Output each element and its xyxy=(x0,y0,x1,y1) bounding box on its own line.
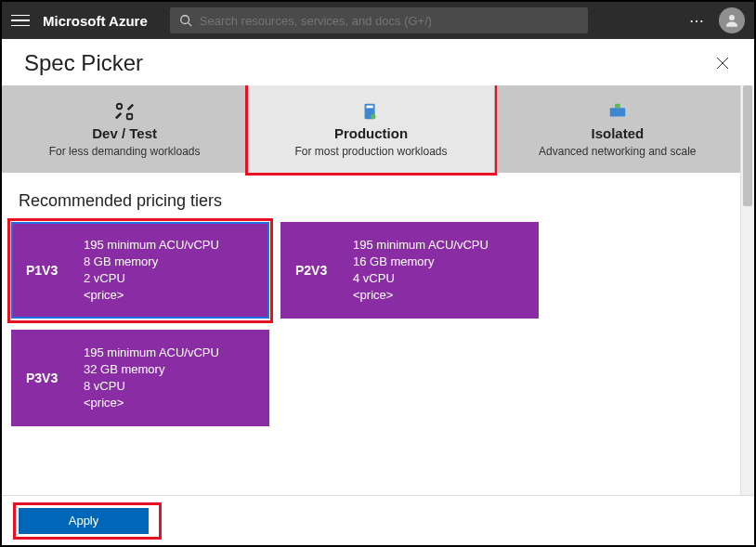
tier-price: <price> xyxy=(84,287,219,304)
tab-production[interactable]: Production For most production workloads xyxy=(247,85,493,173)
tier-vcpu: 8 vCPU xyxy=(84,378,219,395)
tab-title: Dev / Test xyxy=(92,125,157,141)
close-button[interactable] xyxy=(713,54,732,72)
svg-rect-8 xyxy=(367,105,373,108)
network-icon xyxy=(607,101,628,122)
page-header: Spec Picker xyxy=(2,39,754,85)
more-icon[interactable]: ⋯ xyxy=(689,12,706,30)
hamburger-menu-icon[interactable] xyxy=(11,11,30,30)
tier-card-p2v3[interactable]: P2V3 195 minimum ACU/vCPU 16 GB memory 4… xyxy=(280,222,539,319)
tier-name: P3V3 xyxy=(26,371,67,385)
brand-label: Microsoft Azure xyxy=(43,13,148,29)
tab-subtitle: Advanced networking and scale xyxy=(539,145,696,158)
tab-title: Isolated xyxy=(591,125,644,141)
tab-dev-test[interactable]: Dev / Test For less demanding workloads xyxy=(2,85,247,173)
tier-price: <price> xyxy=(353,287,489,304)
tier-acu: 195 minimum ACU/vCPU xyxy=(84,237,219,254)
svg-point-9 xyxy=(371,113,376,119)
tier-memory: 16 GB memory xyxy=(353,254,489,270)
tier-acu: 195 minimum ACU/vCPU xyxy=(353,237,489,254)
tier-card-p1v3[interactable]: P1V3 195 minimum ACU/vCPU 8 GB memory 2 … xyxy=(11,222,269,319)
global-search[interactable] xyxy=(170,7,588,33)
tier-acu: 195 minimum ACU/vCPU xyxy=(84,345,219,361)
apply-button[interactable]: Apply xyxy=(19,508,149,534)
account-avatar[interactable] xyxy=(719,7,745,33)
tab-subtitle: For less demanding workloads xyxy=(49,145,201,158)
workload-tabs: Dev / Test For less demanding workloads … xyxy=(2,85,740,173)
tools-icon xyxy=(114,101,135,122)
page-title: Spec Picker xyxy=(24,50,143,76)
tab-subtitle: For most production workloads xyxy=(294,145,447,158)
pricing-tier-grid: P1V3 195 minimum ACU/vCPU 8 GB memory 2 … xyxy=(2,222,740,426)
server-icon xyxy=(360,101,381,122)
footer-bar: Apply xyxy=(2,495,754,545)
svg-point-2 xyxy=(729,15,735,20)
vertical-scrollbar[interactable] xyxy=(740,85,754,495)
scrollbar-thumb[interactable] xyxy=(743,85,752,206)
search-input[interactable] xyxy=(200,14,579,28)
tier-specs: 195 minimum ACU/vCPU 32 GB memory 8 vCPU… xyxy=(84,345,219,412)
tier-specs: 195 minimum ACU/vCPU 16 GB memory 4 vCPU… xyxy=(353,237,489,305)
tier-memory: 32 GB memory xyxy=(84,361,219,378)
tier-name: P2V3 xyxy=(295,263,336,278)
svg-rect-6 xyxy=(127,113,133,119)
tier-memory: 8 GB memory xyxy=(84,254,219,270)
search-icon xyxy=(179,14,192,27)
tab-title: Production xyxy=(334,125,408,141)
tier-vcpu: 2 vCPU xyxy=(84,270,219,287)
azure-topbar: Microsoft Azure ⋯ xyxy=(2,2,754,39)
svg-point-5 xyxy=(117,103,123,109)
section-title: Recommended pricing tiers xyxy=(19,191,740,211)
svg-line-1 xyxy=(188,23,191,27)
svg-rect-10 xyxy=(610,108,626,116)
tier-specs: 195 minimum ACU/vCPU 8 GB memory 2 vCPU … xyxy=(84,237,219,305)
tier-vcpu: 4 vCPU xyxy=(353,270,489,287)
tier-name: P1V3 xyxy=(26,263,67,278)
svg-point-0 xyxy=(181,16,189,24)
tier-card-p3v3[interactable]: P3V3 195 minimum ACU/vCPU 32 GB memory 8… xyxy=(11,330,269,426)
tier-price: <price> xyxy=(84,395,219,411)
tab-isolated[interactable]: Isolated Advanced networking and scale xyxy=(494,85,740,173)
svg-rect-11 xyxy=(615,103,620,108)
